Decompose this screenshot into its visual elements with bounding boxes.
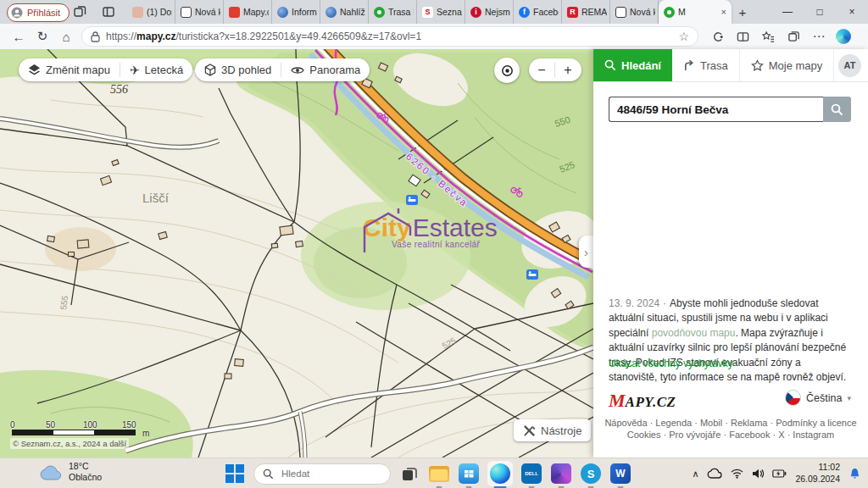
map-layer-pill: Změnit mapu ✈ Letecká [19,58,192,81]
language-label: Čeština [806,392,842,404]
tab-inbox[interactable]: (1) Dor [127,0,175,24]
map-label-elevation: 556 [110,83,128,96]
back-icon[interactable]: ← [7,26,31,47]
microsoft-store-button[interactable] [458,463,480,485]
sidebar-collapse-handle[interactable]: › [579,236,593,268]
notification-bell-icon[interactable] [849,467,861,480]
tab-new-1[interactable]: Nová k [175,0,224,24]
vertical-tabs-icon[interactable] [102,5,115,19]
tab-inform[interactable]: Inform [272,0,320,24]
search-icon [831,103,843,116]
zoom-control: − + [529,58,581,81]
tray-chevron-icon[interactable]: ∧ [692,469,698,480]
tab-my-maps[interactable]: Moje mapy [740,49,835,81]
dell-button[interactable]: DELL [520,463,542,485]
search-button[interactable] [823,97,851,122]
signin-label: Přihlásit [27,8,60,18]
page-icon [615,7,626,18]
footer-links-row[interactable]: Cookies · Pro vývojáře · Facebook · X · … [593,430,868,440]
weather-widget[interactable]: 18°C Oblačno [39,461,102,483]
map-view-pill: 3D pohled Panorama [195,58,370,81]
footer-links-row[interactable]: Nápověda · Legenda · Mobil · Reklama · P… [593,418,868,428]
tab-trasa[interactable]: Trasa M [369,0,417,24]
tools-icon [523,424,536,437]
split-screen-icon[interactable] [731,26,754,47]
task-view-button[interactable] [398,463,420,485]
taskbar: 18°C Oblačno DELL [0,458,868,488]
collections-icon[interactable] [782,26,805,47]
onedrive-icon[interactable] [707,469,722,479]
weather-condition: Oblačno [69,472,102,483]
signin-button[interactable]: Přihlásit [7,3,70,22]
microsoft-365-button[interactable] [550,463,572,485]
browser-tab-strip: Přihlásit (1) Dor Nová k Mapy.c Inform N… [0,0,868,24]
edge-button[interactable] [487,461,513,486]
zoom-in-button[interactable]: + [555,58,581,81]
tab-zive[interactable]: Mapy.c [224,0,272,24]
globe-icon [326,7,337,18]
news-inline-link[interactable]: povodňovou mapu [652,327,736,339]
tab-remax[interactable]: REMAX [562,0,610,24]
map-area[interactable]: 556 Liščí 550 525 525 555 6260 · Bečva C… [0,49,593,458]
tab-nahlizeni[interactable]: Nahlíž [320,0,369,24]
battery-icon[interactable] [772,469,787,478]
taskbar-search[interactable] [253,463,391,485]
facebook-icon [519,7,530,18]
volume-icon[interactable] [752,469,764,479]
avatar[interactable]: AT [838,54,861,77]
word-button[interactable]: W [609,463,632,485]
windows-logo-icon [225,464,244,483]
tools-button[interactable]: Nástroje [514,419,591,441]
taskbar-clock[interactable]: 11:02 26.09.2024 [795,462,840,485]
map-label-place: Liščí [142,191,170,205]
tab-mapy-active[interactable]: M × [659,0,732,24]
tab-nejsme[interactable]: Nejsme [465,0,514,24]
minimize-button[interactable]: — [771,0,804,24]
panorama-button[interactable]: Panorama [281,58,370,81]
view-3d-button[interactable]: 3D pohled [195,58,281,81]
workspaces-icon[interactable] [73,5,86,19]
home-icon[interactable]: ⌂ [54,26,78,47]
taskbar-search-input[interactable] [280,468,376,480]
tab-search[interactable]: Hledání [593,49,672,81]
change-map-button[interactable]: Změnit mapu [19,58,120,81]
wifi-icon[interactable] [731,469,743,479]
skype-button[interactable]: S [580,463,602,485]
czech-flag-icon [785,390,801,406]
tab-seznam[interactable]: Seznam [417,0,465,24]
scale-bar [12,430,136,435]
zive-icon [229,7,240,18]
search-input[interactable] [609,97,823,122]
favorite-star-icon[interactable]: ☆ [678,30,689,43]
eye-icon [291,65,304,75]
map-canvas[interactable]: 556 Liščí 550 525 525 555 6260 · Bečva [0,49,593,458]
language-selector[interactable]: Čeština ▾ [785,390,851,406]
address-bar[interactable]: https://mapy.cz/turisticka?x=18.2922501&… [81,26,698,47]
refresh-icon[interactable]: ↻ [31,26,54,47]
tab-close-icon[interactable]: × [719,7,729,17]
mapy-logo[interactable]: MAPY.CZ [609,390,676,412]
start-button[interactable] [224,463,246,485]
tab-new-2[interactable]: Nová k [610,0,659,24]
close-button[interactable]: × [836,0,868,24]
tab-facebook[interactable]: Facebo [514,0,562,24]
file-explorer-button[interactable] [428,463,450,485]
locate-button[interactable] [494,58,520,83]
tab-route[interactable]: Trasa [672,49,740,81]
accommodation-poi-icon[interactable] [526,269,538,280]
copilot-icon[interactable] [836,29,851,44]
target-icon [500,64,515,78]
show-all-news-link[interactable]: Ukázat všechny vychytávky [609,358,733,369]
maximize-button[interactable]: □ [804,0,836,24]
chevron-down-icon: ▾ [847,394,851,402]
new-tab-button[interactable]: + [732,1,754,23]
map-copyright: © Seznam.cz, a.s., 2024 a další [10,438,129,449]
aerial-button[interactable]: ✈ Letecká [120,58,192,81]
favorites-bar-icon[interactable] [756,26,780,47]
browser-essentials-icon[interactable] [705,26,729,47]
map-scale: 0 50 100 150 m © Seznam.cz, a.s., 2024 a… [10,420,159,449]
mapy-icon [374,7,385,18]
zoom-out-button[interactable]: − [529,58,554,81]
more-menu-icon[interactable]: ⋯ [807,26,831,47]
cube-icon [204,64,216,76]
